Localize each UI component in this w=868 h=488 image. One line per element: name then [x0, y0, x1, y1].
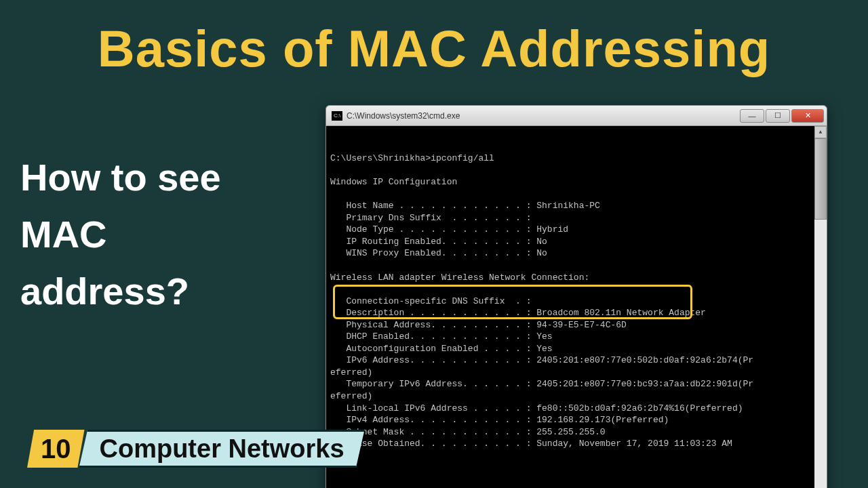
slide-subtitle: How to see MAC address? [20, 149, 292, 320]
cmd-window: C:\ C:\Windows\system32\cmd.exe — ☐ ✕ C:… [326, 105, 827, 488]
cmd-icon: C:\ [332, 111, 342, 121]
course-label: Computer Networks [79, 430, 365, 468]
minimize-button[interactable]: — [740, 109, 764, 123]
lesson-number: 10 [27, 430, 85, 468]
close-button[interactable]: ✕ [791, 109, 824, 123]
scroll-up-icon[interactable]: ▲ [814, 126, 827, 138]
scroll-track[interactable] [814, 138, 827, 488]
footer: 10 Computer Networks [27, 430, 365, 468]
scrollbar[interactable]: ▲ ▼ [814, 126, 827, 488]
terminal-body[interactable]: C:\Users\Shrinikha>ipconfig/all Windows … [326, 126, 827, 488]
slide-title: Basics of MAC Addressing [0, 0, 868, 78]
window-titlebar[interactable]: C:\ C:\Windows\system32\cmd.exe — ☐ ✕ [326, 106, 827, 126]
window-controls: — ☐ ✕ [740, 109, 824, 123]
window-title: C:\Windows\system32\cmd.exe [347, 111, 740, 121]
maximize-button[interactable]: ☐ [766, 109, 790, 123]
scroll-thumb[interactable] [814, 138, 827, 220]
